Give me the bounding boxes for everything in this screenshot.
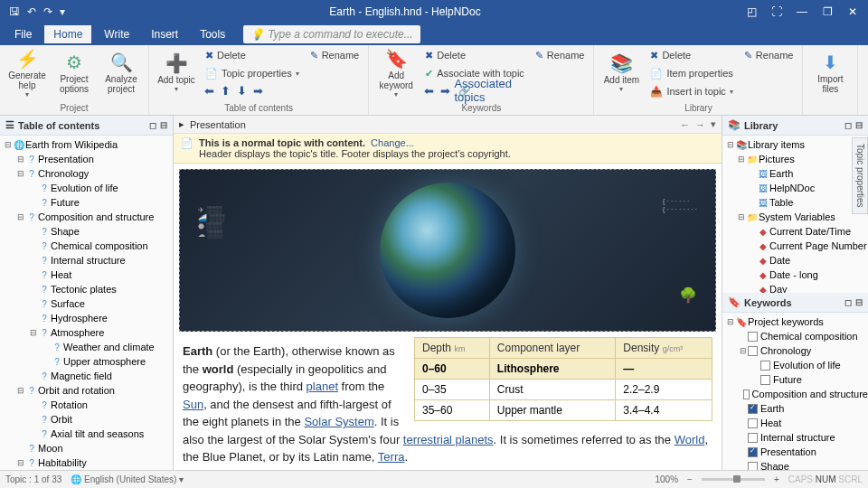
lib-delete-button[interactable]: ✖Delete (646, 47, 736, 63)
breadcrumb-arrow-icon[interactable]: ▸ (179, 118, 184, 130)
document-area[interactable]: ✈ ░░░🚄 ░░░⬣ ░░░☁ ░░░ { · · · · · ·{ · · … (174, 164, 722, 470)
link-planet[interactable]: planet (307, 380, 338, 393)
toc-rename-button[interactable]: ✎Rename (307, 47, 363, 63)
toc-item[interactable]: ⊟🌐Earth from Wikipedia (0, 137, 173, 152)
win-minimize-icon[interactable]: — (792, 5, 812, 18)
omnibox[interactable]: 💡Type a command to execute... (243, 25, 420, 43)
tab-insert[interactable]: Insert (142, 25, 187, 43)
keyword-item[interactable]: Shape (722, 459, 868, 470)
kw-root[interactable]: ⊟🔖Project keywords (722, 314, 868, 329)
nav-menu-icon[interactable]: ▾ (711, 118, 716, 130)
library-item[interactable]: ◆Date (722, 253, 868, 267)
keyword-item[interactable]: Earth (722, 401, 868, 416)
toc-item[interactable]: ?Chemical composition (0, 239, 173, 253)
notice-change-link[interactable]: Change... (371, 137, 414, 148)
toc-item[interactable]: ?Future (0, 195, 173, 210)
link-solar[interactable]: Solar System (304, 415, 373, 428)
library-item[interactable]: 🖼HelpNDoc (722, 181, 868, 195)
move-right-icon[interactable]: ➡ (250, 83, 265, 98)
keyword-item[interactable]: Internal structure (722, 430, 868, 445)
toc-item[interactable]: ?Surface (0, 296, 173, 311)
toc-item[interactable]: ?Upper atmosphere (0, 354, 173, 369)
library-item[interactable]: 🖼Earth (722, 166, 868, 181)
kw-associated-button[interactable]: 🔗Associated topics (454, 83, 494, 98)
library-tree[interactable]: ⊟📚Library items⊟📁Pictures🖼Earth🖼HelpNDoc… (722, 136, 868, 293)
kw-right-icon[interactable]: ➡ (438, 83, 452, 98)
move-left-icon[interactable]: ⬅ (202, 83, 216, 98)
lib-insert-button[interactable]: 📥Insert in topic▾ (646, 83, 736, 99)
link-terrestrial[interactable]: terrestrial planets (403, 433, 494, 446)
library-item[interactable]: ◆Day (722, 282, 868, 293)
lib-properties-button[interactable]: 📄Item properties (646, 65, 736, 81)
qat-undo-icon[interactable]: ↶ (27, 5, 36, 18)
toc-item[interactable]: ?Axial tilt and seasons (0, 427, 173, 441)
toc-item[interactable]: ?Internal structure (0, 253, 173, 267)
kw-delete-button[interactable]: ✖Delete (421, 47, 528, 63)
toc-item[interactable]: ⊟?Orbit and rotation (0, 383, 173, 398)
library-item[interactable]: ⊟📁System Variables (722, 210, 868, 224)
add-topic-button[interactable]: ➕Add topic▾ (155, 47, 198, 99)
win-restore-icon[interactable]: ❐ (817, 5, 837, 18)
keyword-item[interactable]: Chemical composition (722, 329, 868, 343)
library-item[interactable]: ◆Date - long (722, 267, 868, 282)
win-close-icon[interactable]: ✕ (843, 5, 863, 18)
add-item-button[interactable]: 📚Add item▾ (599, 47, 643, 99)
hero-image[interactable]: ✈ ░░░🚄 ░░░⬣ ░░░☁ ░░░ { · · · · · ·{ · · … (179, 169, 716, 332)
link-world[interactable]: World (675, 433, 705, 446)
toc-item[interactable]: ?Weather and climate (0, 340, 173, 354)
keywords-tree[interactable]: ⊟🔖Project keywordsChemical composition⊟C… (722, 313, 868, 470)
keyword-item[interactable]: Heat (722, 416, 868, 430)
toc-item[interactable]: ?Evolution of life (0, 181, 173, 195)
toc-item[interactable]: ?Moon (0, 441, 173, 455)
toc-item[interactable]: ?Shape (0, 224, 173, 239)
keyword-item[interactable]: Composition and structure (722, 387, 868, 401)
library-item[interactable]: 🖼Table (722, 195, 868, 210)
qat-save-icon[interactable]: 🖫 (9, 5, 20, 18)
library-item[interactable]: ◆Current Date/Time (722, 224, 868, 239)
toc-properties-button[interactable]: 📄Topic properties▾ (202, 65, 303, 81)
toc-item[interactable]: ?Hydrosphere (0, 311, 173, 325)
add-keyword-button[interactable]: 🔖Add keyword▾ (374, 47, 418, 99)
library-item[interactable]: ⊟📚Library items (722, 137, 868, 152)
toc-item[interactable]: ⊟?Chronology (0, 166, 173, 181)
sidetab-topic-properties[interactable]: Topic properties (852, 137, 868, 214)
keyword-item[interactable]: Future (722, 372, 868, 387)
toc-item[interactable]: ⊟?Composition and structure (0, 210, 173, 224)
zoom-slider[interactable] (702, 478, 765, 481)
kw-rename-button[interactable]: ✎Rename (532, 47, 589, 63)
tab-tools[interactable]: Tools (191, 25, 234, 43)
qat-dropdown-icon[interactable]: ▾ (60, 5, 65, 18)
status-lang[interactable]: 🌐 English (United States) ▾ (71, 474, 184, 484)
toc-item[interactable]: ⊟?Habitability (0, 455, 173, 470)
project-options-button[interactable]: ⚙Project options (52, 47, 96, 99)
kw-left-icon[interactable]: ⬅ (421, 83, 436, 98)
library-item[interactable]: ◆Current Page Number (722, 239, 868, 253)
toc-tree[interactable]: ⊟🌐Earth from Wikipedia⊟?Presentation⊟?Ch… (0, 136, 173, 470)
keyword-item[interactable]: Evolution of life (722, 358, 868, 372)
zoom-out-icon[interactable]: − (687, 474, 693, 484)
keyword-item[interactable]: ⊟Chronology (722, 343, 868, 358)
panel-pin-icon[interactable]: ◻ (844, 120, 852, 130)
generate-help-button[interactable]: ⚡Generate help▾ (5, 47, 49, 99)
toc-delete-button[interactable]: ✖Delete (202, 47, 303, 63)
panel-menu-icon[interactable]: ⊟ (855, 297, 863, 307)
panel-pin-icon[interactable]: ◻ (149, 120, 156, 130)
panel-pin-icon[interactable]: ◻ (844, 297, 852, 307)
toc-item[interactable]: ⊟?Atmosphere (0, 325, 173, 340)
toc-item[interactable]: ?Magnetic field (0, 369, 173, 383)
move-down-icon[interactable]: ⬇ (234, 83, 249, 98)
tab-file[interactable]: File (5, 25, 41, 43)
toc-item[interactable]: ?Rotation (0, 398, 173, 412)
toc-item[interactable]: ?Heat (0, 267, 173, 282)
import-files-button[interactable]: ⬇Import files (808, 47, 852, 99)
zoom-in-icon[interactable]: + (774, 474, 779, 484)
toc-item[interactable]: ?Orbit (0, 412, 173, 427)
nav-back-icon[interactable]: ← (680, 119, 690, 130)
lib-rename-button[interactable]: ✎Rename (741, 47, 797, 63)
keyword-item[interactable]: Presentation (722, 445, 868, 459)
breadcrumb-label[interactable]: Presentation (190, 119, 246, 130)
toc-item[interactable]: ?Tectonic plates (0, 282, 173, 296)
win-help-icon[interactable]: ◰ (741, 5, 761, 18)
toc-item[interactable]: ⊟?Presentation (0, 152, 173, 166)
tab-write[interactable]: Write (95, 25, 138, 43)
